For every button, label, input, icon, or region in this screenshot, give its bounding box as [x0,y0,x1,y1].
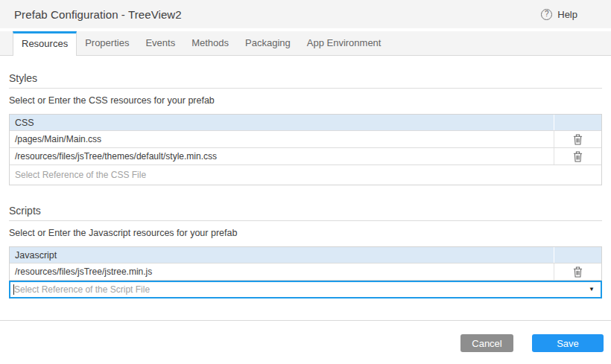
dropdown-arrow-icon[interactable]: ▼ [589,287,595,293]
script-file-combobox[interactable]: ▼ [9,281,602,298]
styles-section: Styles Select or Enter the CSS resources… [9,72,602,185]
tab-app-environment[interactable]: App Environment [299,31,390,55]
css-table-header-row: CSS [10,115,601,130]
javascript-rows: /resources/files/jsTree/jstree.min.js [10,263,601,280]
javascript-table-header-row: Javascript [10,247,601,263]
tab-packaging[interactable]: Packaging [237,31,299,55]
dialog-title: Prefab Configuration - TreeView2 [14,8,182,21]
delete-css-resource-button[interactable] [554,131,601,147]
css-input-row [10,165,601,185]
delete-css-resource-button[interactable] [554,148,601,165]
dialog-header: Prefab Configuration - TreeView2 ? Help [0,0,611,28]
javascript-actions-column-header [554,247,601,263]
tab-bar: Resources Properties Events Methods Pack… [0,31,611,56]
styles-heading: Styles [9,72,602,89]
help-icon: ? [541,9,552,20]
javascript-resource-row: /resources/files/jsTree/jstree.min.js [10,263,601,280]
prefab-configuration-dialog: Prefab Configuration - TreeView2 ? Help … [0,0,611,364]
text-cursor [13,284,14,295]
css-actions-column-header [554,115,601,130]
css-resource-path: /pages/Main/Main.css [10,131,554,147]
save-button[interactable]: Save [532,334,604,352]
javascript-resource-path: /resources/files/jsTree/jstree.min.js [10,264,554,280]
css-file-input[interactable] [10,165,601,185]
css-column-header: CSS [10,115,554,130]
script-file-input[interactable] [10,284,601,295]
css-resource-row: /pages/Main/Main.css [10,130,601,147]
tab-properties[interactable]: Properties [77,31,137,55]
help-button[interactable]: ? Help [541,9,577,20]
trash-icon [573,151,583,162]
css-rows: /pages/Main/Main.css [10,130,601,165]
tab-events[interactable]: Events [137,31,183,55]
css-resource-row: /resources/files/jsTree/themes/default/s… [10,147,601,165]
tab-methods[interactable]: Methods [183,31,237,55]
styles-description: Select or Enter the CSS resources for yo… [9,95,602,106]
cancel-button[interactable]: Cancel [460,334,513,352]
scripts-section: Scripts Select or Enter the Javascript r… [9,205,602,298]
resources-panel: Styles Select or Enter the CSS resources… [0,72,611,298]
javascript-column-header: Javascript [10,247,554,263]
trash-icon [573,266,583,278]
help-label: Help [557,9,577,20]
javascript-table: Javascript /resources/files/jsTree/jstre… [9,246,602,281]
css-resource-path: /resources/files/jsTree/themes/default/s… [10,148,554,165]
css-table: CSS /pages/Main/Main.css [9,114,602,185]
tab-resources[interactable]: Resources [13,31,77,56]
delete-javascript-resource-button[interactable] [554,264,601,280]
dialog-footer: Cancel Save [0,320,611,364]
scripts-description: Select or Enter the Javascript resources… [9,228,602,238]
scripts-heading: Scripts [9,205,602,221]
trash-icon [573,134,583,145]
